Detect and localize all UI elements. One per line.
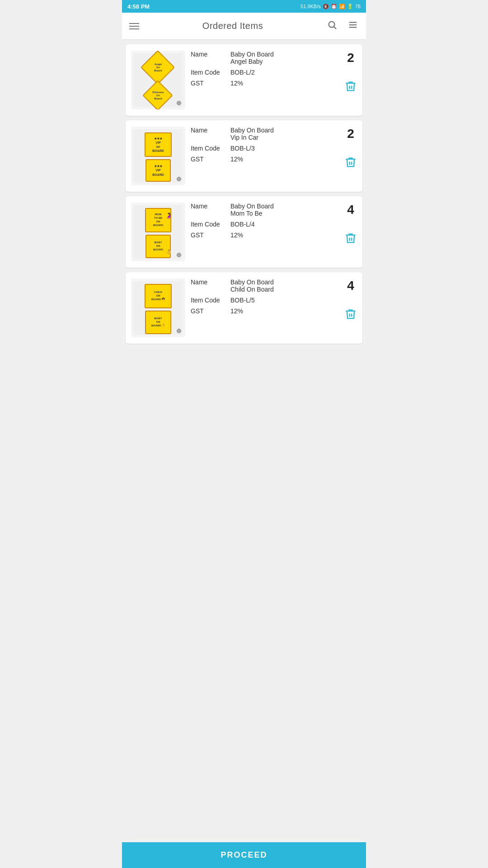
item-right: 4	[344, 278, 357, 324]
trash-icon	[344, 156, 357, 169]
alarm-icon: ⏰	[331, 4, 337, 9]
trash-icon	[344, 308, 357, 321]
status-bar: 4:58 PM 51.9KB/s 🔇 ⏰ 📶 🔋 78	[122, 0, 366, 13]
status-right: 51.9KB/s 🔇 ⏰ 📶 🔋 78	[300, 4, 361, 9]
name-label: Name	[191, 203, 227, 210]
item-quantity: 2	[347, 127, 354, 141]
item-name: Baby On BoardChild On Board	[230, 278, 339, 293]
gst-value: 12%	[230, 307, 339, 315]
gst-value: 12%	[230, 80, 339, 87]
gst-label: GST	[191, 156, 227, 163]
trash-icon	[344, 232, 357, 245]
product-image: ★★★VIPonBOARD ★★★VIPBOARD	[131, 127, 185, 185]
delete-button[interactable]	[344, 80, 357, 96]
delete-button[interactable]	[344, 156, 357, 172]
code-row: Item Code BOB-L/4	[191, 221, 339, 228]
item-code: BOB-L/5	[230, 297, 339, 304]
status-time: 4:58 PM	[127, 3, 150, 10]
svg-line-1	[334, 27, 336, 29]
list-item: AngelOnBoard PrincessOnBoard Name Baby O…	[126, 44, 362, 116]
name-row: Name Baby On BoardAngel Baby	[191, 51, 339, 65]
item-code: BOB-L/3	[230, 145, 339, 152]
product-image: AngelOnBoard PrincessOnBoard	[131, 51, 185, 109]
gst-value: 12%	[230, 156, 339, 163]
options-button[interactable]	[347, 19, 359, 33]
header: Ordered Items	[122, 13, 366, 40]
name-row: Name Baby On BoardChild On Board	[191, 278, 339, 293]
product-image: CHILDONBOARD 🧒 BABYONBOARD 👶	[131, 278, 185, 337]
item-right: 2	[344, 127, 357, 172]
name-label: Name	[191, 278, 227, 286]
item-details: Name Baby On BoardAngel Baby Item Code B…	[191, 51, 339, 87]
item-right: 4	[344, 203, 357, 248]
item-code: BOB-L/4	[230, 221, 339, 228]
battery-level: 78	[355, 4, 361, 9]
product-image: MOMTO BEONBOARD 🤰 BABYONBOARD 👶	[131, 203, 185, 261]
list-item: ★★★VIPonBOARD ★★★VIPBOARD Name Baby On B…	[126, 120, 362, 192]
search-icon	[327, 20, 337, 30]
network-speed: 51.9KB/s	[300, 4, 321, 9]
item-name: Baby On BoardMom To Be	[230, 203, 339, 217]
item-name: Baby On BoardAngel Baby	[230, 51, 339, 65]
items-list: AngelOnBoard PrincessOnBoard Name Baby O…	[122, 40, 366, 380]
code-label: Item Code	[191, 145, 227, 152]
menu-button[interactable]	[129, 23, 139, 29]
mute-icon: 🔇	[323, 4, 329, 9]
list-item: CHILDONBOARD 🧒 BABYONBOARD 👶 Name Baby O…	[126, 272, 362, 344]
gst-row: GST 12%	[191, 231, 339, 239]
gst-value: 12%	[230, 231, 339, 239]
code-label: Item Code	[191, 69, 227, 76]
name-row: Name Baby On BoardMom To Be	[191, 203, 339, 217]
item-details: Name Baby On BoardChild On Board Item Co…	[191, 278, 339, 315]
item-name: Baby On BoardVip In Car	[230, 127, 339, 141]
name-label: Name	[191, 51, 227, 58]
gst-label: GST	[191, 231, 227, 239]
svg-point-0	[329, 21, 335, 27]
item-details: Name Baby On BoardMom To Be Item Code BO…	[191, 203, 339, 239]
item-quantity: 4	[347, 278, 354, 293]
battery-icon: 🔋	[347, 4, 353, 9]
signal-icon: 📶	[339, 4, 345, 9]
code-label: Item Code	[191, 221, 227, 228]
item-quantity: 2	[347, 51, 354, 65]
code-label: Item Code	[191, 297, 227, 304]
options-icon	[348, 20, 358, 30]
delete-button[interactable]	[344, 308, 357, 324]
search-button[interactable]	[326, 19, 338, 33]
code-row: Item Code BOB-L/2	[191, 69, 339, 76]
name-row: Name Baby On BoardVip In Car	[191, 127, 339, 141]
item-details: Name Baby On BoardVip In Car Item Code B…	[191, 127, 339, 163]
code-row: Item Code BOB-L/3	[191, 145, 339, 152]
item-code: BOB-L/2	[230, 69, 339, 76]
header-icons	[326, 19, 359, 33]
gst-row: GST 12%	[191, 307, 339, 315]
name-label: Name	[191, 127, 227, 134]
item-right: 2	[344, 51, 357, 96]
gst-row: GST 12%	[191, 80, 339, 87]
item-quantity: 4	[347, 203, 354, 217]
trash-icon	[344, 80, 357, 93]
code-row: Item Code BOB-L/5	[191, 297, 339, 304]
gst-label: GST	[191, 80, 227, 87]
delete-button[interactable]	[344, 232, 357, 248]
gst-row: GST 12%	[191, 156, 339, 163]
list-item: MOMTO BEONBOARD 🤰 BABYONBOARD 👶 Name Bab…	[126, 196, 362, 268]
page-title: Ordered Items	[202, 21, 263, 31]
gst-label: GST	[191, 307, 227, 315]
